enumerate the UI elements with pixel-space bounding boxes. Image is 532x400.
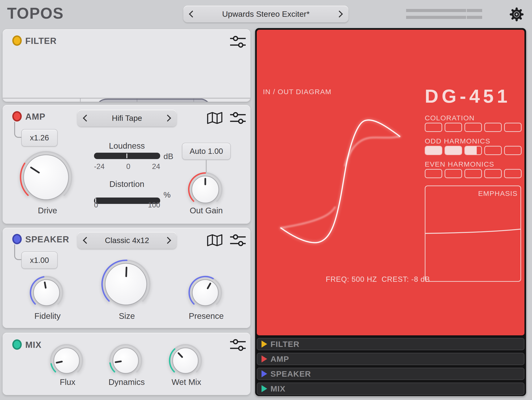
flux-knob[interactable] [49, 343, 84, 379]
amp-model-selector[interactable]: Hifi Tape [77, 110, 177, 127]
amp-model-next-icon[interactable] [164, 115, 171, 122]
fidelity-knob-label: Fidelity [24, 311, 71, 321]
emphasis-display: EMPHASIS [425, 185, 521, 282]
loudness-label: Loudness [103, 141, 151, 151]
speaker-model-name[interactable]: Classic 4x12 [105, 236, 149, 245]
app-logo: TOPOS [7, 4, 64, 22]
flux-knob-label: Flux [44, 377, 91, 387]
speaker-model-selector[interactable]: Classic 4x12 [77, 232, 177, 249]
presence-knob[interactable] [188, 275, 223, 311]
loudness-scale-min: -24 [94, 162, 105, 171]
amp-model-prev-icon[interactable] [83, 115, 90, 122]
amp-section-label: AMP [25, 112, 45, 122]
meter-right-channel [406, 16, 483, 19]
collapsed-amp-label: AMP [271, 354, 289, 364]
distortion-scale-min: 0 [94, 201, 98, 209]
settings-gear-icon[interactable] [509, 7, 524, 22]
speaker-panel: SPEAKER Classic 4x12 x1.00 [3, 228, 250, 328]
size-knob-label: Size [103, 311, 151, 321]
hardware-display-frame: IN / OUT DIAGRAM DG-451 COLORATION ODD H… [255, 28, 526, 396]
amp-model-name[interactable]: Hifi Tape [112, 114, 142, 123]
distortion-unit: % [164, 190, 171, 199]
amp-led-connector [14, 122, 22, 138]
distortion-scale-max: 100 [148, 201, 160, 209]
coloration-label: COLORATION [425, 114, 475, 122]
coloration-meter [425, 123, 522, 132]
filter-bypass-led[interactable] [12, 35, 22, 46]
amp-browse-map-icon[interactable] [207, 112, 222, 124]
amp-bypass-led[interactable] [12, 111, 22, 122]
collapsed-mix-row[interactable]: MIX [257, 382, 525, 395]
loudness-scale-mid: 0 [126, 162, 130, 171]
transfer-curve [269, 109, 416, 255]
speaker-led-connector [14, 245, 22, 260]
auto-gain-value[interactable]: Auto 1.00 [182, 143, 231, 160]
speaker-bypass-led[interactable] [12, 234, 22, 244]
output-level-meter [406, 9, 483, 23]
collapsed-filter-label: FILTER [271, 340, 299, 349]
wet-mix-knob[interactable] [168, 343, 203, 379]
speaker-settings-sliders-icon[interactable] [229, 233, 246, 247]
dynamics-knob-label: Dynamics [103, 377, 150, 387]
collapsed-amp-row[interactable]: AMP [257, 353, 525, 365]
speaker-browse-map-icon[interactable] [207, 234, 222, 247]
in-out-diagram-label: IN / OUT DIAGRAM [263, 88, 331, 96]
collapsed-speaker-row[interactable]: SPEAKER [257, 368, 525, 380]
filter-section-label: FILTER [25, 36, 57, 46]
loudness-slider[interactable] [94, 153, 160, 159]
filter-panel: FILTER 100 1k 10k [3, 29, 250, 102]
collapsed-mix-label: MIX [271, 384, 285, 393]
plugin-window: TOPOS Upwards Stereo Exciter* FILTER [0, 0, 532, 400]
collapsed-filter-row[interactable]: FILTER [257, 338, 525, 350]
mix-expand-triangle-icon [261, 385, 267, 392]
speaker-multiplier-value[interactable]: x1.00 [21, 252, 58, 269]
amp-settings-sliders-icon[interactable] [229, 111, 246, 125]
drive-knob-label: Drive [24, 206, 71, 215]
model-name: DG-451 [425, 86, 511, 107]
freq-crest-readout: FREQ: 500 HZ CREST: -8 dB [326, 275, 430, 284]
collapsed-speaker-label: SPEAKER [271, 369, 311, 379]
amp-expand-triangle-icon [261, 355, 267, 363]
loudness-unit: dB [164, 152, 173, 161]
filter-expand-triangle-icon [261, 340, 267, 348]
out-gain-knob[interactable] [187, 172, 223, 208]
emphasis-curve [425, 186, 520, 281]
size-knob[interactable] [101, 259, 151, 310]
fidelity-knob[interactable] [29, 275, 64, 311]
presence-knob-label: Presence [183, 311, 230, 321]
mix-panel: MIX Flux Dynamics Wet Mix [3, 333, 250, 395]
dg451-screen: IN / OUT DIAGRAM DG-451 COLORATION ODD H… [257, 30, 525, 335]
loudness-scale-max: 24 [152, 162, 160, 171]
amp-multiplier-value[interactable]: x1.26 [21, 129, 58, 147]
mix-bypass-led[interactable] [12, 339, 22, 350]
speaker-model-prev-icon[interactable] [83, 237, 90, 244]
odd-harmonics-meter [425, 146, 522, 155]
out-gain-knob-label: Out Gain [183, 206, 230, 215]
speaker-model-next-icon[interactable] [164, 237, 171, 244]
preset-prev-icon[interactable] [189, 11, 196, 18]
mix-settings-sliders-icon[interactable] [229, 338, 246, 352]
filter-settings-sliders-icon[interactable] [229, 35, 246, 49]
mix-section-label: MIX [25, 340, 42, 350]
wet-mix-knob-label: Wet Mix [163, 377, 210, 387]
even-harmonics-meter [425, 169, 522, 178]
distortion-label: Distortion [103, 179, 151, 189]
drive-knob[interactable] [19, 150, 73, 205]
odd-harmonics-label: ODD HARMONICS [425, 137, 490, 145]
meter-left-channel [406, 9, 483, 12]
dynamics-knob[interactable] [108, 343, 143, 379]
amp-panel: AMP Hifi Tape x1.26 [3, 105, 250, 224]
main-preset-selector[interactable]: Upwards Stereo Exciter* [183, 6, 348, 22]
speaker-expand-triangle-icon [261, 370, 267, 377]
filter-response-graph[interactable]: 100 1k 10k [3, 97, 250, 102]
even-harmonics-label: EVEN HARMONICS [425, 160, 494, 168]
preset-next-icon[interactable] [336, 11, 343, 18]
loudness-slider-handle[interactable] [126, 153, 127, 158]
speaker-section-label: SPEAKER [25, 234, 69, 245]
preset-name[interactable]: Upwards Stereo Exciter* [222, 9, 310, 19]
